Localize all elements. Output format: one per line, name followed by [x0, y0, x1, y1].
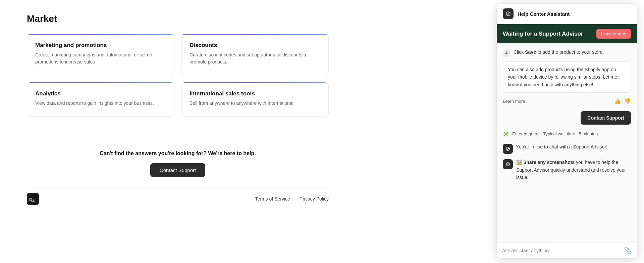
footer: 🛍 Terms of Service Privacy Policy: [27, 187, 329, 205]
chat-messages: 4 Click Save to add the product to your …: [497, 43, 637, 243]
card-analytics-desc: View data and reports to gain insights i…: [35, 100, 166, 107]
contact-support-button-chat[interactable]: Contact Support: [581, 111, 631, 125]
ai-message-bubble: You can also add products using the Shop…: [503, 61, 631, 93]
ai-message-text: You can also add products using the Shop…: [508, 67, 617, 87]
bot-avatar-1: [503, 144, 513, 154]
in-line-message-text: You're in line to chat with a Support Ad…: [516, 143, 631, 150]
card-discounts-desc: Create discount codes and set up automat…: [190, 51, 320, 65]
step-4-text: Click Save to add the product to your st…: [514, 49, 604, 56]
screenshot-message-row: 🖼️ Share any screenshots you have to hel…: [503, 159, 631, 181]
page-title: Market: [27, 13, 329, 24]
chat-input[interactable]: [502, 248, 621, 253]
thumbs-down-icon[interactable]: 👎: [624, 98, 631, 104]
card-analytics-title: Analytics: [35, 90, 166, 97]
queue-status-text: Entered queue. Typical wait time ~5 minu…: [512, 131, 599, 136]
chat-panel: Help Center Assistant Waiting for a Supp…: [496, 3, 637, 259]
learn-more-link[interactable]: Learn more ›: [503, 99, 528, 104]
card-international-title: International sales tools: [190, 90, 320, 97]
card-international-desc: Sell from anywhere to anywhere with Inte…: [190, 100, 320, 107]
card-international[interactable]: International sales tools Sell from anyw…: [181, 82, 329, 117]
in-line-message-row: You're in line to chat with a Support Ad…: [503, 143, 631, 154]
screenshot-message-bold: Share any screenshots: [523, 160, 575, 165]
chat-input-area: 📎: [497, 243, 637, 258]
chat-header-icon: [503, 8, 514, 19]
help-text: Can't find the answers you're looking fo…: [27, 150, 329, 157]
chat-header-title: Help Center Assistant: [518, 11, 570, 17]
step-4-message: 4 Click Save to add the product to your …: [503, 49, 631, 57]
thumbs-up-icon[interactable]: 👍: [614, 98, 621, 104]
terms-of-service-link[interactable]: Terms of Service: [255, 196, 290, 202]
contact-support-button-main[interactable]: Contact Support: [150, 163, 205, 177]
waiting-banner: Waiting for a Support Advisor Leave queu…: [497, 24, 637, 43]
chat-header: Help Center Assistant: [497, 4, 637, 24]
screenshot-message-text: 🖼️ Share any screenshots you have to hel…: [516, 159, 631, 181]
privacy-policy-link[interactable]: Privacy Policy: [300, 196, 329, 202]
card-marketing[interactable]: Marketing and promotions Create marketin…: [27, 34, 174, 75]
help-section: Can't find the answers you're looking fo…: [27, 144, 329, 187]
card-discounts-title: Discounts: [190, 42, 320, 49]
attach-icon[interactable]: 📎: [624, 247, 632, 254]
cards-grid: Marketing and promotions Create marketin…: [27, 34, 329, 117]
section-divider: [27, 130, 329, 130]
queue-status: ✳️ Entered queue. Typical wait time ~5 m…: [503, 129, 631, 138]
footer-links: Terms of Service Privacy Policy: [255, 196, 329, 202]
card-analytics[interactable]: Analytics View data and reports to gain …: [27, 82, 174, 117]
leave-queue-button[interactable]: Leave queue: [596, 29, 631, 39]
step-number-4: 4: [503, 49, 510, 57]
card-marketing-desc: Create marketing campaigns and automatio…: [35, 51, 166, 65]
shopify-logo: 🛍: [27, 193, 39, 205]
learn-more-row: Learn more › 👍 👎: [503, 97, 631, 105]
main-content: Market Marketing and promotions Create m…: [0, 0, 356, 263]
bot-avatar-2: [503, 159, 513, 169]
waiting-text: Waiting for a Support Advisor: [503, 31, 583, 37]
card-discounts[interactable]: Discounts Create discount codes and set …: [181, 34, 329, 75]
card-marketing-title: Marketing and promotions: [35, 42, 166, 49]
learn-more-label: Learn more: [503, 99, 525, 104]
feedback-icons: 👍 👎: [614, 98, 631, 104]
screenshot-emoji: 🖼️: [516, 160, 523, 165]
chevron-right-icon: ›: [526, 99, 527, 104]
svg-text:🛍: 🛍: [29, 196, 36, 203]
queue-spinner-icon: ✳️: [503, 131, 509, 137]
